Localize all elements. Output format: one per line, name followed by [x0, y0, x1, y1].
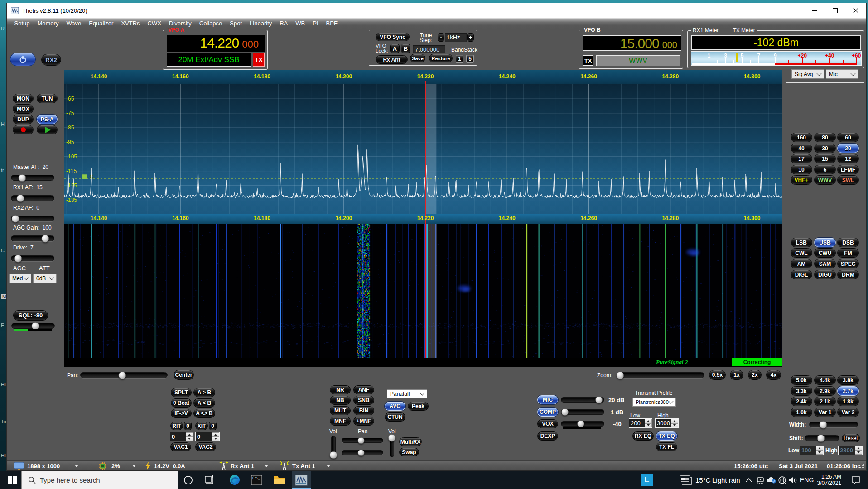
vfo-lock-b-button[interactable]: B	[401, 44, 410, 53]
mode-digl-button[interactable]: DIGL	[791, 270, 812, 279]
menu-item-wb[interactable]: WB	[292, 18, 309, 28]
resize-grip[interactable]	[859, 461, 865, 471]
band-wwv-button[interactable]: WWV	[814, 175, 836, 185]
vfo-lock-a-button[interactable]: A	[390, 44, 400, 53]
rx2-button[interactable]: RX2	[41, 54, 61, 66]
mode-dsb-button[interactable]: DSB	[837, 238, 859, 247]
menu-item-wave[interactable]: Wave	[63, 18, 85, 28]
weather-description[interactable]: Light rain	[712, 471, 740, 489]
mox-button[interactable]: MOX	[13, 104, 34, 114]
vfo-a-tx-button[interactable]: TX	[253, 53, 265, 67]
menu-item-collapse[interactable]: Collapse	[195, 18, 226, 28]
tx-antenna-caret[interactable]	[327, 461, 330, 471]
minimize-button[interactable]	[804, 3, 825, 18]
zoom-slider[interactable]	[617, 372, 704, 378]
rx-antenna-caret[interactable]	[265, 461, 268, 471]
pan2-slider[interactable]	[342, 450, 383, 455]
comp-slider-thumb[interactable]	[561, 408, 569, 416]
tune-step-minus-button[interactable]: -	[438, 33, 444, 42]
zoom-2x-button[interactable]: 2x	[748, 370, 762, 380]
spin-up-icon[interactable]	[645, 419, 652, 423]
master-af-slider-thumb[interactable]	[18, 174, 26, 182]
band-40-button[interactable]: 40	[791, 144, 812, 153]
vfo-sync-button[interactable]: VFO Sync	[376, 33, 410, 41]
filter-1-0k-button[interactable]: 1.0k	[791, 408, 812, 417]
mic-slider[interactable]	[561, 397, 604, 403]
sql-slider-thumb[interactable]	[31, 322, 39, 330]
zoom-0-5x-button[interactable]: 0.5x	[709, 370, 726, 380]
tray-icon-onedrive[interactable]	[766, 471, 777, 489]
menu-item-equalizer[interactable]: Equalizer	[85, 18, 117, 28]
panadapter-display[interactable]: 14.14014.16014.18014.20014.22014.24014.2…	[64, 70, 782, 367]
split-button[interactable]: SPLT	[171, 388, 192, 397]
filter-var-2-button[interactable]: Var 2	[837, 408, 859, 417]
dexp-button[interactable]: DEXP	[537, 431, 558, 441]
rx1-af-slider[interactable]	[11, 195, 54, 201]
dsp-mnf-button[interactable]: +MNF	[353, 417, 374, 426]
rx2-af-slider[interactable]	[11, 216, 54, 221]
mode-sam-button[interactable]: SAM	[814, 259, 836, 268]
bandstack-1-button[interactable]: 1	[456, 55, 463, 63]
cpu-usage-caret[interactable]	[132, 461, 136, 471]
title-bar[interactable]: Thetis v2.8.11 (10/20/20)	[7, 3, 866, 18]
pan1-slider[interactable]	[342, 438, 383, 443]
save-button[interactable]: Save	[410, 54, 425, 62]
spin-up-icon[interactable]	[671, 419, 678, 423]
weather-widget-icon[interactable]	[678, 471, 694, 489]
menu-item-spot[interactable]: Spot	[226, 18, 246, 28]
file-explorer-button[interactable]	[270, 471, 288, 489]
mode-digu-button[interactable]: DIGU	[814, 270, 836, 279]
band-30-button[interactable]: 30	[814, 144, 836, 153]
spin-down-icon[interactable]	[671, 423, 678, 428]
band-lfmf-button[interactable]: LFMF	[837, 165, 859, 174]
display-resolution-caret[interactable]	[75, 461, 78, 471]
task-view-button[interactable]	[201, 471, 217, 489]
menu-item-xvtrs[interactable]: XVTRs	[117, 18, 144, 28]
weather-temperature[interactable]: 15°C	[695, 471, 711, 489]
ps-a-button[interactable]: PS-A	[37, 115, 58, 124]
play-button[interactable]	[37, 125, 58, 134]
spin-up-icon[interactable]	[212, 432, 219, 437]
band-swl-button[interactable]: SWL	[837, 175, 859, 185]
tray-app-button[interactable]: L	[641, 471, 653, 489]
vol2-slider-thumb[interactable]	[388, 434, 396, 441]
filter-4-4k-button[interactable]: 4.4k	[814, 375, 836, 385]
band-vhf-button[interactable]: VHF+	[791, 175, 812, 185]
spectrum-plot[interactable]: -G-65-75-85-95-105-115-125-135	[64, 84, 782, 214]
filter-2-9k-button[interactable]: 2.9k	[814, 386, 836, 396]
power-button[interactable]	[10, 53, 36, 66]
width-slider-thumb[interactable]	[819, 421, 827, 428]
dsp-bin-button[interactable]: BIN	[353, 406, 374, 415]
mic-button[interactable]: MIC	[537, 395, 558, 404]
tx-low-spinner[interactable]: 200	[629, 418, 652, 428]
mic-slider-thumb[interactable]	[595, 396, 603, 403]
mode-spec-button[interactable]: SPEC	[837, 259, 859, 268]
command-prompt-button[interactable]: C:\_	[248, 471, 265, 489]
mode-am-button[interactable]: AM	[791, 259, 812, 268]
tun-button[interactable]: TUN	[37, 94, 58, 103]
vac2-button[interactable]: VAC2	[195, 442, 216, 451]
spin-down-icon[interactable]	[855, 451, 862, 455]
dsp-anf-button[interactable]: ANF	[353, 385, 374, 394]
sql-button[interactable]: SQL: -80	[13, 310, 48, 321]
dsp-mnf-button[interactable]: MNF	[330, 417, 351, 426]
vac1-button[interactable]: VAC1	[170, 442, 191, 451]
xit-zero-button[interactable]: 0	[209, 422, 217, 430]
rx-meter-dropdown[interactable]: Sig Avg	[791, 69, 824, 79]
filter-5-0k-button[interactable]: 5.0k	[791, 375, 812, 385]
filter-2-4k-button[interactable]: 2.4k	[791, 397, 812, 406]
mode-drm-button[interactable]: DRM	[837, 270, 859, 279]
swap-button[interactable]: Swap	[399, 448, 419, 456]
center-button[interactable]: Center	[174, 370, 194, 380]
vox-slider-thumb[interactable]	[577, 420, 584, 427]
pan2-slider-thumb[interactable]	[358, 449, 365, 456]
menu-item-bpf[interactable]: BPF	[322, 18, 341, 28]
shift-slider-thumb[interactable]	[817, 434, 825, 442]
shift-slider[interactable]	[805, 435, 839, 441]
avg-button[interactable]: AVG	[385, 402, 405, 411]
agc-dropdown[interactable]: Med	[9, 274, 31, 283]
att-dropdown[interactable]: 0dB	[33, 274, 57, 283]
spin-up-icon[interactable]	[855, 446, 862, 451]
vox-button[interactable]: VOX	[537, 419, 558, 428]
ctun-button[interactable]: CTUN	[385, 412, 405, 422]
